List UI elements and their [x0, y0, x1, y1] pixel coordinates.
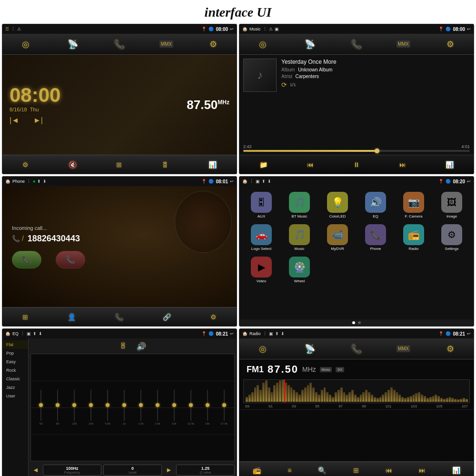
- app-grid: 🎛AUX🎵BT Music💡ColorLED🔊EQ📷F. Camera🖼Imag…: [243, 190, 470, 285]
- folder-btn[interactable]: 📁: [259, 161, 268, 169]
- eq-icon[interactable]: 🎚: [119, 342, 127, 350]
- back-3[interactable]: ↩: [230, 179, 234, 184]
- eq-preset-pop[interactable]: Pop: [2, 349, 28, 357]
- app-colorled[interactable]: 💡ColorLED: [319, 190, 356, 220]
- app-video[interactable]: ▶Video: [243, 255, 279, 285]
- eq-prev-btn[interactable]: ◄: [30, 465, 41, 475]
- eq-preset-user[interactable]: User: [2, 392, 28, 400]
- nav-home[interactable]: ◎: [16, 36, 35, 52]
- progress-track[interactable]: [243, 150, 470, 152]
- back-2[interactable]: ↩: [467, 27, 471, 31]
- music-main: ♪ Yesterday Once More Album Unknown Albu…: [239, 55, 474, 142]
- eq-presets: FlatPopEasyRockClassicJazzUser: [2, 338, 29, 476]
- app-image[interactable]: 🖼Image: [434, 190, 470, 220]
- app-wheel[interactable]: 🎡Wheel: [281, 255, 317, 285]
- nav6-home[interactable]: ◎: [253, 341, 272, 357]
- app-aux[interactable]: 🎛AUX: [243, 190, 279, 220]
- btn-grid[interactable]: ⊞: [116, 161, 122, 169]
- nav2-signal[interactable]: 📡: [300, 36, 319, 52]
- eq-next-btn[interactable]: ►: [164, 465, 174, 475]
- radio-signal-btn[interactable]: 📊: [452, 466, 460, 474]
- nav6-phone[interactable]: 📞: [347, 341, 366, 357]
- screen-radio: 🏠 Radio ⋮ ▣ ⬆ ⬇ 📍 🔵 08:21 ↩ ◎ 📡 📞: [239, 328, 474, 476]
- bt-2: 🔵: [446, 27, 451, 31]
- next-track[interactable]: ►|: [33, 116, 43, 125]
- eq-bottom-controls: ◄ 100Hz Frequency 0 Level ► 1.25 Q valu: [30, 463, 235, 476]
- link-btn[interactable]: 🔗: [163, 313, 171, 321]
- radio-next-btn[interactable]: ⏭: [419, 466, 426, 474]
- nav2-home[interactable]: ◎: [253, 36, 272, 52]
- album-art: ♪: [243, 59, 277, 92]
- app-bt-music[interactable]: 🎵BT Music: [281, 190, 317, 220]
- spectrum-display: [243, 379, 470, 403]
- eq-frequency-box: 100Hz Frequency: [43, 465, 101, 476]
- loc-2: 📍: [438, 27, 444, 31]
- status-time: 08:00: [216, 27, 228, 32]
- bt-settings-btn[interactable]: ⚙: [210, 313, 217, 321]
- btn-mute[interactable]: 🔇: [69, 161, 77, 169]
- breadcrumb-music: Music: [249, 27, 261, 31]
- radio-list-btn[interactable]: ≡: [288, 466, 291, 474]
- app-phone[interactable]: 📞Phone: [357, 222, 394, 253]
- btn-wheel[interactable]: 🎛: [162, 161, 169, 169]
- page-dot-1[interactable]: [352, 321, 355, 324]
- app-settings[interactable]: ⚙Settings: [434, 222, 470, 253]
- btn-signal[interactable]: 📊: [208, 161, 217, 169]
- back-5[interactable]: ↩: [230, 331, 234, 336]
- nav-mmx[interactable]: MMX: [157, 36, 176, 52]
- nav-phone[interactable]: 📞: [110, 36, 129, 52]
- radio-preset-btn[interactable]: ⊞: [353, 466, 359, 474]
- nav6-mmx[interactable]: MMX: [394, 341, 413, 357]
- radio-freq-display: FM1 87.50 MHz Mono DX: [239, 359, 474, 379]
- nav-settings[interactable]: ⚙: [204, 36, 223, 52]
- radio-prev-btn[interactable]: ⏮: [386, 466, 392, 474]
- radio-band: FM1: [247, 365, 264, 375]
- dx-btn[interactable]: DX: [336, 367, 344, 372]
- eq-preset-classic[interactable]: Classic: [2, 375, 28, 383]
- page-dot-2[interactable]: [358, 321, 361, 324]
- nav2-phone[interactable]: 📞: [347, 36, 366, 52]
- app-music[interactable]: 🎵Music: [281, 222, 317, 253]
- volume-icon[interactable]: 🔊: [137, 342, 146, 351]
- app-logo-select[interactable]: 🚗Logo Select: [243, 222, 279, 253]
- prev-btn[interactable]: ⏮: [307, 161, 314, 169]
- app-eq[interactable]: 🔊EQ: [357, 190, 394, 220]
- more-2: ⋮: [263, 27, 267, 31]
- up-5: ⬆: [33, 331, 37, 336]
- nav6-settings[interactable]: ⚙: [441, 341, 460, 357]
- signal-btn[interactable]: 📊: [446, 161, 454, 169]
- pause-btn[interactable]: ⏸: [353, 161, 360, 169]
- eq-chart: 60801002000.5k1k1.5k2.5k10k12.5k15k17.5k: [30, 354, 235, 461]
- loc-4: 📍: [438, 179, 444, 184]
- next-btn[interactable]: ⏭: [399, 161, 406, 169]
- nav2-mmx[interactable]: MMX: [394, 36, 413, 52]
- app-mydvr[interactable]: 📹MyDVR: [319, 222, 356, 253]
- eq-preset-easy[interactable]: Easy: [2, 357, 28, 366]
- app-f.-camera[interactable]: 📷F. Camera: [396, 190, 432, 220]
- grid-btn-3[interactable]: ⊞: [22, 313, 28, 321]
- mono-btn[interactable]: Mono: [320, 367, 332, 372]
- prev-track[interactable]: |◄: [10, 116, 19, 125]
- menu-icon: ☰: [5, 27, 9, 31]
- app-radio[interactable]: 📻Radio: [396, 222, 432, 253]
- radio-search-btn[interactable]: 🔍: [318, 466, 326, 474]
- nav-signal[interactable]: 📡: [63, 36, 82, 52]
- eq-main: 🎚 🔊 60801002000.5k1k1.5k2.5k10k12.5k15k1…: [29, 338, 237, 476]
- contacts-btn[interactable]: 👤: [68, 313, 76, 321]
- back-4[interactable]: ↩: [467, 179, 471, 184]
- radio-ant-btn[interactable]: 📻: [253, 466, 261, 474]
- track-num: ⟳ 1/1: [281, 81, 470, 89]
- eq-preset-rock[interactable]: Rock: [2, 366, 28, 375]
- back-6[interactable]: ↩: [467, 331, 471, 336]
- call-log-btn[interactable]: 📞: [115, 313, 123, 321]
- nav2-settings[interactable]: ⚙: [441, 36, 460, 52]
- back-btn[interactable]: ↩: [230, 27, 234, 31]
- img-5: ▣: [27, 331, 31, 336]
- eq-preset-jazz[interactable]: Jazz: [2, 383, 28, 392]
- nav6-signal[interactable]: 📡: [300, 341, 319, 357]
- down-5: ⬇: [39, 331, 42, 336]
- more-icon: ⋮: [11, 27, 15, 31]
- eq-preset-flat[interactable]: Flat: [2, 340, 28, 349]
- down-3: ⬇: [43, 179, 47, 184]
- btn-settings[interactable]: ⚙: [22, 161, 29, 169]
